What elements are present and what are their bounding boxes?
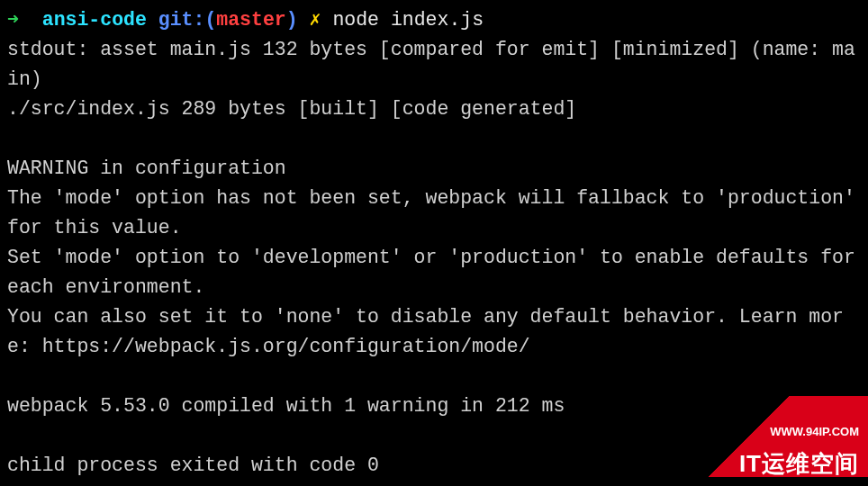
dirty-x-icon: ✗ (310, 9, 321, 31)
stdout-line: stdout: asset main.js 132 bytes [compare… (7, 39, 855, 90)
stdout-line: ./src/index.js 289 bytes [built] [code g… (7, 98, 576, 120)
prompt-branch: master (216, 9, 285, 31)
prompt-git-label: git:( (158, 9, 217, 31)
prompt-arrow-icon: ➜ (7, 9, 19, 31)
prompt-dir: ansi-code (42, 9, 147, 31)
warning-line: The 'mode' option has not been set, webp… (7, 187, 867, 238)
warning-line: Set 'mode' option to 'development' or 'p… (7, 247, 867, 298)
warning-header: WARNING in configuration (7, 158, 286, 179)
warning-line: You can also set it to 'none' to disable… (7, 306, 844, 357)
command-text: node index.js (332, 9, 484, 31)
prompt-git-close: ) (286, 9, 298, 31)
compile-line: webpack 5.53.0 compiled with 1 warning i… (7, 395, 565, 417)
exit-line: child process exited with code 0 (7, 454, 379, 476)
terminal-output[interactable]: ➜ ansi-code git:(master) ✗ node index.js… (7, 5, 861, 481)
